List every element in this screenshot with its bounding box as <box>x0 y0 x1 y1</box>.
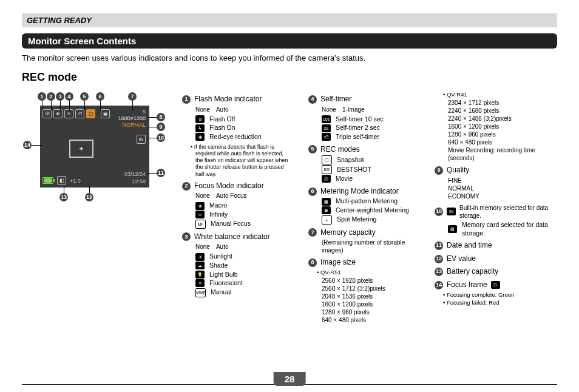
ev-readout: +1.0 <box>70 178 81 184</box>
page-title: Monitor Screen Contents <box>22 33 557 49</box>
callout-13: 13 <box>59 193 68 201</box>
center-meter-icon: ◙ <box>322 206 331 214</box>
flash-off-icon: ⊘ <box>195 115 205 123</box>
callout-1: 1 <box>38 92 46 101</box>
sun-icon: ☀ <box>195 253 205 261</box>
callout-12: 12 <box>85 193 93 201</box>
legend-columns: 1Flash Mode indicator NoneAuto ⊘Flash Of… <box>182 91 557 324</box>
callout-4: 4 <box>65 92 73 101</box>
legend-col-2: 4Self-timer None1-Image 10sSelf-timer 10… <box>308 91 418 324</box>
item-12-title: EV value <box>447 254 476 264</box>
callout-7: 7 <box>128 92 137 101</box>
mf-icon: MF <box>195 220 206 229</box>
item-13-title: Battery capacity <box>447 267 498 277</box>
rec-mode-icon: ▢ <box>86 109 95 118</box>
bullet-14: 14 <box>435 281 443 289</box>
mode-heading: REC mode <box>22 71 557 84</box>
callout-8: 8 <box>157 113 165 121</box>
item-8-title: Image size <box>320 258 356 268</box>
bullet-4: 4 <box>308 95 317 104</box>
callout-9: 9 <box>157 123 165 131</box>
metering-icon: ▣ <box>101 109 110 118</box>
bullet-3: 3 <box>182 232 191 241</box>
mwb-icon: MWB <box>195 288 206 297</box>
focus-frame-icon <box>69 140 93 158</box>
item-6-title: Metering Mode indicator <box>320 187 399 197</box>
screen-diagram: ⦿ ❀ ☀ ⏱ ▢ ▣ 5 1600×1200 NORMAL IN <box>22 91 171 324</box>
bullet-13: 13 <box>435 268 443 276</box>
fluorescent-icon: ≡ <box>195 279 205 287</box>
manual-page: GETTING READY Monitor Screen Contents Th… <box>0 0 579 392</box>
ev-icon: ◧ <box>57 176 66 185</box>
callout-5: 5 <box>80 92 89 101</box>
bullet-6: 6 <box>308 188 317 196</box>
content-area: ⦿ ❀ ☀ ⏱ ▢ ▣ 5 1600×1200 NORMAL IN <box>22 91 557 324</box>
focus-frame-small-icon: ⊡ <box>491 281 500 289</box>
item-5-title: REC modes <box>320 145 360 155</box>
lcd-screen: ⦿ ❀ ☀ ⏱ ▢ ▣ 5 1600×1200 NORMAL IN <box>40 106 149 188</box>
callout-2: 2 <box>47 92 55 101</box>
qvr41-label: • QV-R41 <box>443 91 550 98</box>
page-number: 28 <box>274 372 306 386</box>
item-14-title: Focus frame <box>447 280 487 290</box>
time-readout: 12:58 <box>124 178 146 185</box>
shade-icon: ☁ <box>195 262 205 269</box>
battery-icon <box>42 177 53 184</box>
macro-icon: ❀ <box>195 202 205 210</box>
timer-icon: ⏱ <box>75 109 84 118</box>
spot-meter-icon: • <box>322 215 332 225</box>
bullet-2: 2 <box>182 182 191 191</box>
builtin-mem-icon: IN <box>447 208 456 215</box>
date-readout: 03/12/24 <box>124 171 146 178</box>
bulb-icon: 💡 <box>195 271 205 279</box>
callout-6: 6 <box>96 92 104 101</box>
snapshot-icon: ▢ <box>322 155 332 164</box>
flash-icon: ⦿ <box>42 109 52 118</box>
item-2-title: Focus Mode indicator <box>194 181 264 191</box>
qvr51-label: • QV-R51 <box>317 269 418 276</box>
bullet-7: 7 <box>308 228 317 237</box>
bullet-5: 5 <box>308 145 317 154</box>
legend-col-1: 1Flash Mode indicator NoneAuto ⊘Flash Of… <box>182 91 291 324</box>
infinity-icon: ∞ <box>195 211 205 218</box>
wb-icon: ☀ <box>64 109 73 118</box>
timer2-icon: 2s <box>322 124 331 132</box>
callout-3: 3 <box>56 92 64 101</box>
timerx3-icon: x3 <box>322 133 331 141</box>
page-footer: 28 <box>22 384 557 385</box>
item-4-title: Self-timer <box>320 95 351 104</box>
bullet-12: 12 <box>435 255 443 263</box>
section-header: GETTING READY <box>22 13 557 27</box>
timer10-icon: 10s <box>322 115 331 123</box>
intro-text: The monitor screen uses various indicato… <box>22 53 557 63</box>
item-7-title: Memory capacity <box>320 228 376 238</box>
legend-col-3: • QV-R41 2304 × 1712 pixels 2240 × 1680 … <box>435 91 550 324</box>
image-size: 1600×1200 <box>118 115 146 122</box>
item-9-title: Quality <box>447 166 469 175</box>
flash-on-icon: ϟ <box>195 124 205 132</box>
callout-14: 14 <box>23 141 32 149</box>
bullet-11: 11 <box>435 242 443 250</box>
item-7-sub: (Remaining number of storable images) <box>322 238 418 254</box>
multi-meter-icon: ▦ <box>322 198 331 206</box>
quality-label: NORMAL <box>118 122 146 129</box>
item-3-title: White balance indicator <box>194 232 270 242</box>
bullet-10: 10 <box>435 208 443 216</box>
focus-icon: ❀ <box>53 109 63 118</box>
bullet-9: 9 <box>435 166 443 175</box>
bullet-8: 8 <box>308 259 317 267</box>
item-1-title: Flash Mode indicator <box>194 95 262 104</box>
card-mem-icon: ▤ <box>448 225 457 233</box>
movie-icon: 🎥 <box>322 175 331 183</box>
redeye-icon: ◉ <box>195 133 205 141</box>
callout-11: 11 <box>157 169 165 177</box>
item-11-title: Date and time <box>447 241 492 251</box>
memory-icon: IN <box>137 135 146 144</box>
bullet-1: 1 <box>182 95 191 104</box>
flash-note: • If the camera detects that flash is re… <box>191 144 291 178</box>
bestshot-icon: BS <box>322 165 332 174</box>
callout-10: 10 <box>157 133 165 142</box>
